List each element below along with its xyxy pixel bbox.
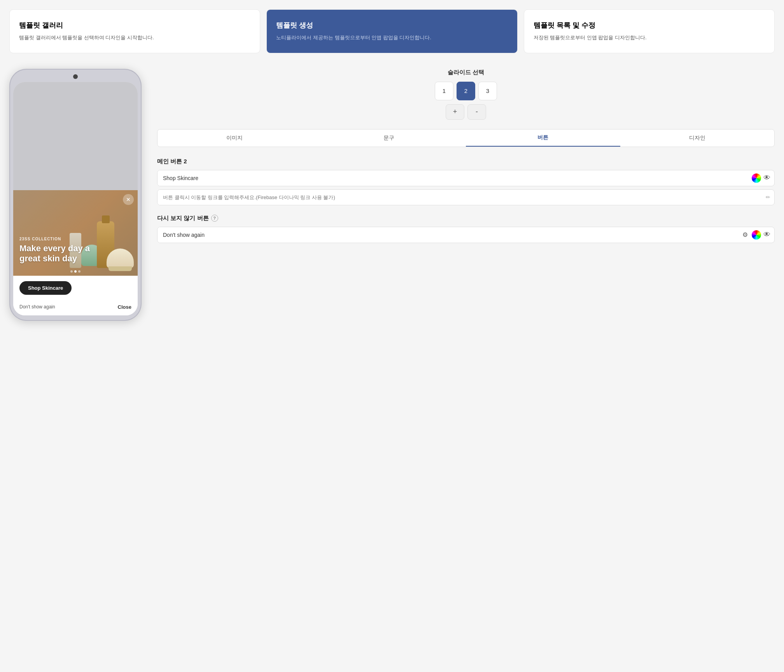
phone-screen-top xyxy=(13,82,138,206)
dont-show-section-title: 다시 보지 않기 버튼 ? xyxy=(157,215,775,222)
link-input[interactable] xyxy=(158,190,762,205)
slide-selector: 슬라이드 선택 1 2 3 + - xyxy=(157,69,775,120)
card-create-title: 템플릿 생성 xyxy=(276,21,508,30)
main-button-section: 메인 버튼 2 👁 ✏ xyxy=(157,158,775,205)
dont-show-input-row: ⚙ 👁 xyxy=(157,227,775,243)
top-cards-container: 템플릿 갤러리 템플릿 갤러리에서 템플릿을 선택하여 디자인을 시작합니다. … xyxy=(9,9,775,53)
card-gallery-title: 템플릿 갤러리 xyxy=(19,21,250,30)
right-panel: 슬라이드 선택 1 2 3 + - 이미지 문구 버튼 디자인 메인 버튼 2 xyxy=(157,69,775,252)
phone-screen: 23SS COLLECTION Make every day a great s… xyxy=(13,82,138,315)
dot-1 xyxy=(70,270,73,273)
popup-cta-button[interactable]: Shop Skincare xyxy=(19,281,72,295)
popup-dont-show-text[interactable]: Don't show again xyxy=(19,304,55,310)
popup-close-text[interactable]: Close xyxy=(118,304,131,310)
popup-headline-line1: Make every day a xyxy=(19,243,90,253)
popup-text-area: 23SS COLLECTION Make every day a great s… xyxy=(19,237,90,264)
dot-3 xyxy=(78,270,80,273)
card-gallery[interactable]: 템플릿 갤러리 템플릿 갤러리에서 템플릿을 선택하여 디자인을 시작합니다. xyxy=(9,9,260,53)
slide-btn-3[interactable]: 3 xyxy=(478,82,497,100)
phone-mockup: 23SS COLLECTION Make every day a great s… xyxy=(9,69,142,321)
popup-headline-line2: great skin day xyxy=(19,254,77,263)
slide-buttons: 1 2 3 xyxy=(157,82,775,100)
dont-show-title-text: 다시 보지 않기 버튼 xyxy=(157,215,209,222)
popup-close-button[interactable]: ✕ xyxy=(123,194,134,205)
popup-headline: Make every day a great skin day xyxy=(19,243,90,264)
link-input-row: ✏ xyxy=(157,189,775,205)
card-list-desc: 저장된 템플릿으로부터 인앱 팝업을 디자인합니다. xyxy=(534,34,765,42)
main-button-section-title: 메인 버튼 2 xyxy=(157,158,775,165)
phone-camera xyxy=(73,74,78,79)
slide-btn-1[interactable]: 1 xyxy=(435,82,453,100)
popup-dots xyxy=(70,270,80,273)
slide-remove-button[interactable]: - xyxy=(467,104,486,120)
tab-image[interactable]: 이미지 xyxy=(158,130,312,147)
popup-cta-area: Shop Skincare xyxy=(13,276,138,300)
eye-icon[interactable]: 👁 xyxy=(763,174,770,182)
phone-popup: 23SS COLLECTION Make every day a great s… xyxy=(13,190,138,315)
card-list-title: 템플릿 목록 및 수정 xyxy=(534,21,765,30)
slide-controls: + - xyxy=(157,104,775,120)
help-icon[interactable]: ? xyxy=(211,215,218,222)
card-list[interactable]: 템플릿 목록 및 수정 저장된 템플릿으로부터 인앱 팝업을 디자인합니다. xyxy=(524,9,775,53)
main-button-input-icons: 👁 xyxy=(748,173,774,183)
link-edit-icon[interactable]: ✏ xyxy=(762,194,774,200)
tab-design[interactable]: 디자인 xyxy=(620,130,775,147)
main-button-section-title-text: 메인 버튼 2 xyxy=(157,158,187,165)
card-create-desc: 노티플라이에서 제공하는 템플릿으로부터 인앱 팝업을 디자인합니다. xyxy=(276,34,508,42)
card-gallery-desc: 템플릿 갤러리에서 템플릿을 선택하여 디자인을 시작합니다. xyxy=(19,34,250,42)
main-button-text-input[interactable] xyxy=(158,170,748,186)
phone-wrapper: 23SS COLLECTION Make every day a great s… xyxy=(9,69,142,321)
slide-selector-title: 슬라이드 선택 xyxy=(157,69,775,76)
main-content: 23SS COLLECTION Make every day a great s… xyxy=(9,69,775,321)
tab-text[interactable]: 문구 xyxy=(312,130,466,147)
phone-notch-bar xyxy=(13,74,138,79)
slide-add-button[interactable]: + xyxy=(446,104,464,120)
filter-icon[interactable]: ⚙ xyxy=(741,231,749,238)
main-button-input-row: 👁 xyxy=(157,170,775,186)
popup-footer: Don't show again Close xyxy=(13,300,138,315)
dont-show-eye-icon[interactable]: 👁 xyxy=(763,231,770,239)
dont-show-input-icons: ⚙ 👁 xyxy=(737,230,774,240)
tab-button[interactable]: 버튼 xyxy=(466,130,620,147)
card-create[interactable]: 템플릿 생성 노티플라이에서 제공하는 템플릿으로부터 인앱 팝업을 디자인합니… xyxy=(266,9,517,53)
dont-show-text-input[interactable] xyxy=(158,227,737,243)
tab-bar: 이미지 문구 버튼 디자인 xyxy=(157,129,775,147)
slide-btn-2[interactable]: 2 xyxy=(457,82,475,100)
popup-collection-label: 23SS COLLECTION xyxy=(19,237,90,241)
dot-2 xyxy=(74,270,77,273)
color-wheel-icon[interactable] xyxy=(752,173,761,183)
dont-show-section: 다시 보지 않기 버튼 ? ⚙ 👁 xyxy=(157,215,775,243)
dont-show-color-wheel-icon[interactable] xyxy=(752,230,761,240)
popup-image-area: 23SS COLLECTION Make every day a great s… xyxy=(13,190,138,276)
